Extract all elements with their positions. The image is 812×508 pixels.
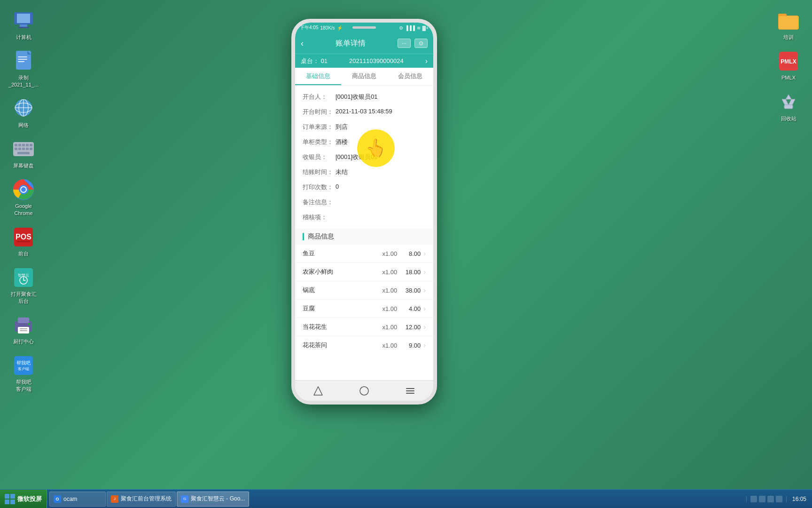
svg-text:POS: POS [16, 233, 31, 241]
desktop-icons-left: 计算机 录制_2021_11_... [0, 0, 47, 402]
desktop-icon-cloud[interactable]: 智慧云 打开聚食汇后台 [7, 266, 40, 304]
taskbar-item-juhui-mgmt[interactable]: J 聚食汇前台管理系统 [107, 492, 176, 507]
header-camera-button[interactable]: ⊙ [414, 39, 428, 48]
product-name-2: 锅底 [303, 286, 374, 294]
phone-speaker [352, 26, 376, 29]
start-button[interactable]: 微软投屏 [0, 490, 47, 508]
cashier-value: [0001]收银员01 [336, 153, 426, 161]
svg-rect-17 [22, 144, 25, 146]
info-row-opener: 开台人： [0001]收银员01 [295, 89, 433, 104]
taskbar-items: O ocam J 聚食汇前台管理系统 G 聚食汇智慧云 - Goo... [47, 490, 746, 508]
product-item-3[interactable]: 豆腐 x1.00 4.00 › [295, 300, 433, 318]
juhui-mgmt-icon: J [111, 495, 118, 503]
product-qty-2: x1.00 [374, 287, 397, 294]
product-name-3: 豆腐 [303, 304, 374, 313]
status-time: 下午4:05 [300, 24, 318, 31]
svg-rect-57 [10, 494, 15, 499]
product-qty-5: x1.00 [374, 342, 397, 349]
taskbar-item-ocam[interactable]: O ocam [49, 492, 106, 507]
desktop-icon-recorder[interactable]: 录制_2021_11_... [7, 50, 40, 88]
camera-icon: ⊙ [419, 40, 423, 47]
status-bar-left: 下午4:05 180K/s ⚡ [300, 24, 343, 31]
info-row-note: 备注信息： [295, 195, 433, 210]
back-icon: ‹ [301, 39, 304, 48]
info-row-source: 订单来源： 到店 [295, 119, 433, 135]
back-button[interactable]: ‹ [301, 39, 304, 48]
nav-menu-button[interactable] [400, 383, 421, 399]
open-time-label: 开台时间： [303, 108, 336, 116]
desktop-icon-network-label: 网络 [18, 122, 29, 128]
desktop-icon-computer[interactable]: 计算机 [7, 9, 40, 40]
desktop-icon-pos[interactable]: POS 前台 [7, 226, 40, 257]
svg-rect-55 [406, 393, 414, 394]
product-item-0[interactable]: 鱼豆 x1.00 8.00 › [295, 245, 433, 263]
svg-rect-16 [18, 144, 21, 146]
desktop-icon-keyboard-label: 屏幕键盘 [13, 162, 34, 169]
desktop-icon-folder-training[interactable]: 培训 [772, 9, 805, 40]
svg-rect-21 [18, 148, 21, 150]
header-title: 账单详情 [336, 39, 366, 48]
product-arrow-1: › [423, 268, 426, 276]
status-network: 180K/s [320, 25, 335, 31]
type-value: 酒楼 [336, 138, 426, 146]
svg-rect-24 [30, 148, 32, 150]
svg-rect-37 [18, 318, 29, 323]
taskbar-clock[interactable]: 16:05 [786, 496, 812, 502]
product-item-4[interactable]: 当花花生 x1.00 12.00 › [295, 318, 433, 336]
desktop-icons-right: 培训 PMLX PMLX 回收站 [772, 0, 805, 131]
table-label: 桌台： 01 [301, 57, 328, 65]
desktop-icon-keyboard[interactable]: 屏幕键盘 [7, 138, 40, 169]
product-arrow-2: › [423, 286, 426, 294]
product-item-2[interactable]: 锅底 x1.00 38.00 › [295, 281, 433, 300]
taskbar-item-juhui-cloud[interactable]: G 聚食汇智慧云 - Goo... [177, 492, 249, 507]
desktop-icon-printer[interactable]: 厨打中心 [7, 314, 40, 345]
app-header: ‹ 账单详情 ··· ⊙ [295, 33, 433, 54]
cashier-label: 收银员： [303, 153, 336, 161]
product-qty-0: x1.00 [374, 250, 397, 257]
app-content: 开台人： [0001]收银员01 开台时间： 2021-11-03 15:48:… [295, 86, 433, 380]
svg-rect-56 [5, 494, 9, 499]
desktop-icon-network[interactable]: 网络 [7, 97, 40, 128]
desktop-icon-computer-label: 计算机 [16, 34, 31, 40]
info-row-type: 单柜类型： 酒楼 [295, 135, 433, 150]
status-bar-right: ⚙ ▐▐▐ ≋ ▓+ [399, 25, 429, 31]
desktop-icon-help[interactable]: 帮我吧 客户端 帮我吧客户端 [7, 354, 40, 392]
sys-tray-icon-2 [759, 496, 765, 502]
desktop-icon-chrome[interactable]: GoogleChrome [7, 178, 40, 216]
svg-point-52 [360, 387, 368, 395]
juhui-cloud-icon: G [181, 495, 188, 503]
product-qty-3: x1.00 [374, 305, 397, 312]
product-price-3: 4.00 [397, 305, 421, 312]
product-name-4: 当花花生 [303, 323, 374, 331]
desktop-icon-pmlx-label: PMLX [781, 74, 796, 81]
print-count-label: 打印次数： [303, 183, 336, 191]
svg-marker-51 [314, 387, 322, 395]
more-icon: ··· [402, 40, 406, 47]
desktop-icon-pmlx[interactable]: PMLX PMLX [772, 50, 805, 81]
nav-back-button[interactable] [308, 383, 328, 399]
svg-text:PMLX: PMLX [781, 58, 796, 65]
product-item-1[interactable]: 农家小鲜肉 x1.00 18.00 › [295, 263, 433, 281]
svg-text:客户端: 客户端 [18, 367, 29, 371]
header-more-button[interactable]: ··· [398, 39, 411, 48]
desktop-icon-recycle[interactable]: 回收站 [772, 91, 805, 122]
product-item-5[interactable]: 花花茶问 x1.00 9.00 › [295, 336, 433, 354]
svg-rect-8 [18, 61, 24, 62]
svg-rect-47 [779, 16, 798, 29]
desktop-icon-recycle-label: 回收站 [781, 115, 796, 122]
table-value: 01 [321, 57, 328, 64]
taskbar-ocam-label: ocam [63, 496, 77, 502]
product-arrow-4: › [423, 323, 426, 331]
desktop-icon-chrome-label: GoogleChrome [14, 203, 32, 216]
svg-rect-3 [18, 27, 29, 28]
sys-tray-icon-1 [750, 496, 757, 502]
sys-tray-icon-4 [776, 496, 782, 502]
tab-member-info[interactable]: 会员信息 [387, 68, 433, 85]
tab-basic-info[interactable]: 基础信息 [295, 68, 341, 85]
info-row-open-time: 开台时间： 2021-11-03 15:48:59 [295, 104, 433, 119]
tab-goods-info[interactable]: 商品信息 [341, 68, 387, 85]
desktop-icon-help-label: 帮我吧客户端 [16, 379, 31, 392]
svg-rect-40 [20, 330, 27, 331]
nav-home-button[interactable] [354, 383, 375, 399]
info-row-checkout-time: 结账时间： 未结 [295, 165, 433, 180]
